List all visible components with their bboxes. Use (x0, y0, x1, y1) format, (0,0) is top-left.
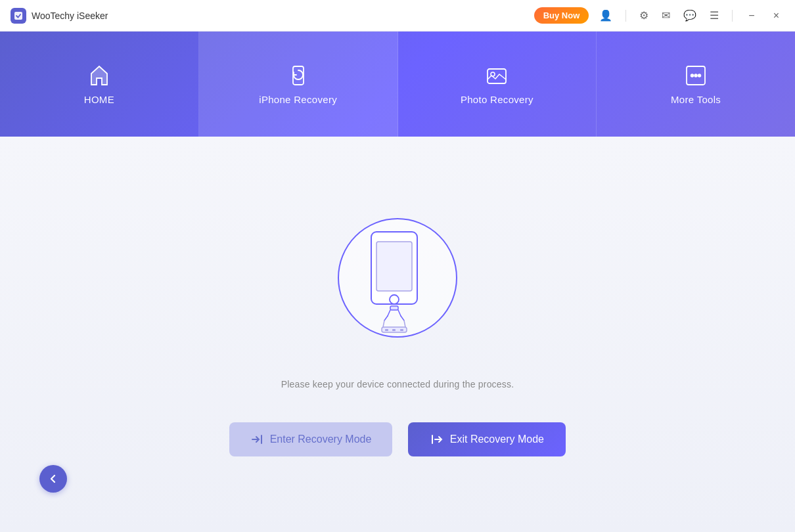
separator (625, 10, 626, 22)
enter-icon (250, 433, 263, 446)
svg-point-6 (694, 74, 697, 77)
nav-item-more-tools[interactable]: More Tools (597, 32, 795, 137)
nav-label-photo-recovery: Photo Recovery (461, 94, 534, 105)
svg-rect-14 (385, 329, 388, 331)
nav-item-home[interactable]: HOME (0, 32, 199, 137)
svg-rect-12 (390, 306, 398, 310)
svg-rect-10 (376, 242, 412, 291)
separator2 (732, 10, 733, 22)
enter-recovery-button[interactable]: Enter Recovery Mode (229, 422, 393, 456)
svg-rect-1 (293, 66, 304, 85)
nav-label-iphone-recovery: iPhone Recovery (259, 94, 337, 105)
back-button[interactable] (39, 465, 67, 493)
nav-label-more-tools: More Tools (671, 94, 721, 105)
exit-recovery-button[interactable]: Exit Recovery Mode (408, 422, 566, 456)
menu-icon[interactable]: ☰ (707, 7, 721, 24)
buy-now-button[interactable]: Buy Now (534, 7, 589, 24)
nav-label-home: HOME (84, 94, 114, 105)
enter-recovery-label: Enter Recovery Mode (270, 433, 372, 445)
svg-point-11 (390, 295, 399, 304)
subtitle-text: Please keep your device connected during… (281, 379, 514, 389)
device-illustration (325, 212, 470, 359)
exit-recovery-label: Exit Recovery Mode (450, 433, 544, 445)
back-arrow-icon (47, 473, 59, 485)
buttons-row: Enter Recovery Mode Exit Recovery Mode (229, 422, 566, 456)
nav-item-iphone-recovery[interactable]: iPhone Recovery (199, 32, 398, 137)
main-content: Please keep your device connected during… (0, 137, 795, 532)
nav-bar: HOME iPhone Recovery Photo Recovery More… (0, 32, 795, 137)
mail-icon[interactable]: ✉ (659, 7, 673, 24)
app-title: WooTechy iSeeker (32, 11, 534, 21)
more-tools-icon (684, 64, 708, 87)
chat-icon[interactable]: 💬 (681, 7, 699, 24)
photo-recovery-icon (485, 64, 509, 87)
exit-icon (430, 433, 443, 446)
home-icon (87, 64, 111, 87)
close-button[interactable]: × (768, 7, 784, 24)
title-bar: WooTechy iSeeker Buy Now 👤 ⚙ ✉ 💬 ☰ − × (0, 0, 795, 32)
svg-point-7 (698, 74, 701, 77)
minimize-button[interactable]: − (743, 7, 760, 24)
svg-rect-16 (400, 329, 403, 331)
settings-icon[interactable]: ⚙ (637, 7, 651, 24)
iphone-recovery-icon (286, 64, 310, 87)
title-bar-actions: Buy Now 👤 ⚙ ✉ 💬 ☰ − × (534, 7, 784, 24)
svg-rect-0 (14, 12, 22, 20)
app-logo (11, 8, 26, 24)
svg-rect-15 (392, 329, 396, 331)
user-icon[interactable]: 👤 (597, 7, 615, 24)
svg-point-5 (691, 74, 694, 77)
nav-item-photo-recovery[interactable]: Photo Recovery (398, 32, 597, 137)
